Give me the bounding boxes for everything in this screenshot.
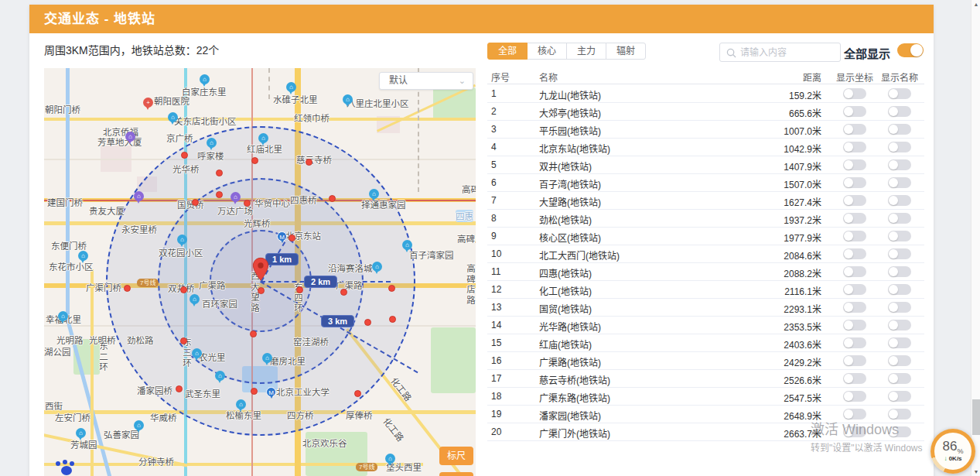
row-index: 13 (491, 302, 501, 313)
table-row: 10北工大西门(地铁站)2084.6米 (487, 245, 924, 263)
show-name-toggle[interactable] (888, 337, 911, 348)
show-name-toggle[interactable] (888, 195, 911, 206)
subway-station-dot (388, 285, 395, 292)
show-coord-toggle[interactable] (843, 195, 866, 206)
show-coord-toggle[interactable] (843, 106, 866, 117)
table-row: 1九龙山(地铁站)159.2米 (487, 85, 924, 103)
table-row: 8劲松(地铁站)1937.2米 (487, 210, 924, 228)
show-name-toggle[interactable] (888, 159, 911, 170)
show-coord-toggle[interactable] (843, 159, 866, 170)
show-coord-toggle[interactable] (843, 391, 866, 402)
show-coord-toggle[interactable] (843, 337, 866, 348)
show-name-toggle[interactable] (888, 391, 911, 402)
show-name-toggle[interactable] (888, 355, 911, 366)
station-name: 红庙(地铁站) (539, 337, 592, 351)
download-speed-widget[interactable]: 86% ↓ 0K/s (930, 429, 975, 474)
metro-line-badge: 7号线 (137, 279, 159, 287)
tab-核心[interactable]: 核心 (527, 43, 567, 60)
station-name: 广渠东路(地铁站) (539, 391, 610, 404)
show-coord-toggle[interactable] (843, 231, 866, 241)
map-label: 光华桥 (172, 163, 200, 175)
show-coord-toggle[interactable] (843, 320, 866, 330)
table-row: 3平乐园(地铁站)1007.0米 (487, 121, 924, 139)
station-distance: 2088.2米 (784, 266, 821, 279)
map-label: 高碑 (462, 183, 476, 195)
subway-station-dot (340, 289, 347, 296)
main-card: 交通业态 - 地铁站 周围3KM范围内，地铁站总数：22个 (29, 5, 934, 476)
show-name-toggle[interactable] (888, 266, 911, 277)
subway-station-dot (124, 285, 131, 292)
show-name-toggle[interactable] (888, 106, 911, 117)
show-coord-toggle[interactable] (843, 373, 866, 384)
table-row: 13国贸(地铁站)2293.1米 (487, 299, 924, 317)
show-name-toggle[interactable] (888, 124, 911, 135)
station-rows: 1九龙山(地铁站)159.2米2大郊亭(地铁站)665.6米3平乐园(地铁站)1… (487, 85, 924, 441)
show-coord-toggle[interactable] (843, 355, 866, 366)
poi-pin-icon: ⌂ (177, 235, 187, 245)
table-row: 12化工(地铁站)2116.1米 (487, 281, 924, 299)
show-name-toggle[interactable] (888, 142, 911, 152)
show-coord-toggle[interactable] (843, 284, 866, 295)
tab-全部[interactable]: 全部 (487, 43, 528, 60)
tab-辐射[interactable]: 辐射 (606, 43, 646, 60)
row-index: 10 (491, 248, 501, 259)
show-name-toggle[interactable] (888, 320, 911, 330)
browser-scrollbar[interactable]: ▲ ▼ (971, 0, 980, 476)
row-index: 1 (491, 88, 497, 99)
show-name-toggle[interactable] (888, 248, 911, 259)
show-name-toggle[interactable] (888, 88, 911, 99)
chevron-down-icon: ⌄ (459, 73, 466, 89)
poi-pin-icon: ⌂ (58, 311, 68, 321)
station-distance: 2526.6米 (784, 373, 821, 386)
poi-pin-icon: ⌂ (372, 262, 382, 272)
map-label: 磨房北里 (270, 354, 306, 367)
map-label: 择通惠家园 (361, 198, 406, 211)
row-index: 4 (491, 142, 497, 152)
map-style-dropdown[interactable]: 默认 ⌄ (379, 72, 473, 90)
show-coord-toggle[interactable] (843, 124, 866, 135)
percent-value: 86 (943, 439, 958, 454)
poi-pin-icon: ⌂ (262, 353, 272, 363)
show-coord-toggle[interactable] (843, 88, 866, 99)
scroll-down-icon[interactable]: ▼ (971, 469, 980, 474)
show-coord-toggle[interactable] (843, 213, 866, 224)
download-arrow-icon: ↓ (944, 455, 947, 462)
subway-station-dot (250, 330, 257, 337)
row-index: 5 (491, 159, 497, 170)
row-index: 19 (491, 409, 501, 419)
show-name-toggle[interactable] (888, 284, 911, 295)
table-row: 5双井(地铁站)1407.9米 (487, 156, 924, 174)
show-coord-toggle[interactable] (843, 177, 866, 188)
partial-button[interactable] (439, 472, 473, 476)
distance-ring-badge: 3 km (321, 315, 354, 327)
table-row: 11四惠(地铁站)2088.2米 (487, 263, 924, 281)
map[interactable]: 默认 ⌄ 标尺 十里堡-北里白家庄东里水碓子北里朝阳医院八里庄北里小区红领巾桥朝… (44, 68, 476, 476)
poi-pin-icon: ⌂ (286, 82, 296, 92)
show-coord-toggle[interactable] (843, 248, 866, 259)
scroll-up-icon[interactable]: ▲ (971, 2, 980, 7)
poi-pin-icon: ⌂ (343, 94, 353, 104)
show-coord-toggle[interactable] (843, 142, 866, 152)
ruler-button[interactable]: 标尺 (439, 447, 473, 465)
tab-主力[interactable]: 主力 (566, 43, 606, 60)
map-label: 慈云寺桥 (296, 153, 332, 166)
show-name-toggle[interactable] (888, 373, 911, 384)
map-label: 京广桥 (166, 132, 193, 144)
row-index: 9 (491, 231, 497, 241)
show-coord-toggle[interactable] (843, 266, 866, 277)
show-coord-toggle[interactable] (843, 302, 866, 313)
station-name: 广渠路(地铁站) (539, 355, 601, 368)
search-input[interactable] (740, 44, 837, 60)
show-name-toggle[interactable] (888, 213, 911, 224)
subway-station-dot (251, 388, 258, 395)
show-all-toggle[interactable] (897, 43, 924, 57)
table-row: 6百子湾(地铁站)1507.0米 (487, 174, 924, 192)
station-name: 四惠(地铁站) (539, 266, 592, 279)
show-name-toggle[interactable] (888, 231, 911, 241)
show-name-toggle[interactable] (888, 177, 911, 188)
scrollbar-thumb[interactable] (972, 399, 980, 435)
subway-station-dot (180, 337, 187, 344)
map-label: 光辉桥 (244, 217, 271, 229)
show-name-toggle[interactable] (888, 302, 911, 313)
station-distance: 2293.1米 (784, 302, 821, 315)
